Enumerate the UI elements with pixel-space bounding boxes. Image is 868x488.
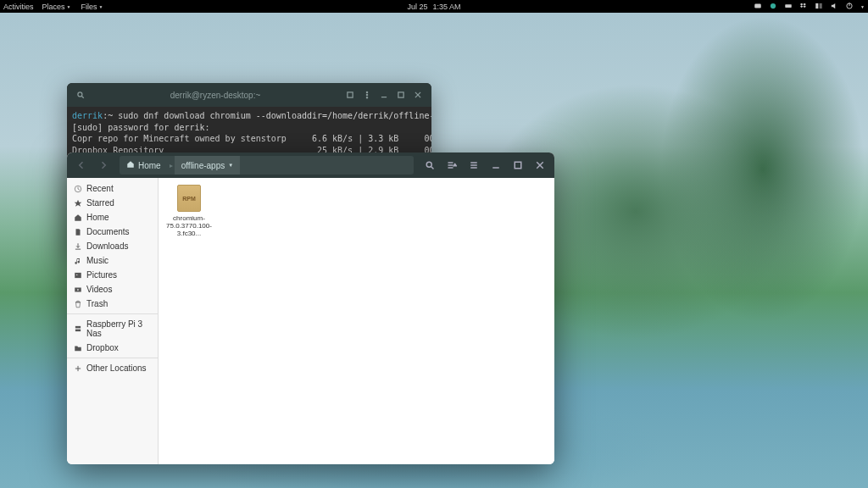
file-item-rpm[interactable]: RPM chromium-75.0.3770.100-3.fc30... [165, 185, 213, 237]
svg-point-33 [76, 274, 77, 274]
svg-rect-11 [348, 92, 353, 97]
terminal-newtab-icon[interactable] [343, 88, 357, 102]
downloads-icon [74, 242, 82, 251]
chevron-down-icon: ▼ [99, 4, 103, 9]
sidebar-item-recent[interactable]: Recent [67, 181, 158, 196]
svg-point-3 [771, 3, 776, 8]
svg-rect-16 [398, 92, 403, 97]
activities-button[interactable]: Activities [3, 3, 34, 11]
rpm-package-icon: RPM [177, 185, 201, 212]
search-button[interactable] [420, 156, 439, 175]
breadcrumb-sep: ▸ [168, 162, 175, 169]
hamburger-menu-button[interactable] [465, 156, 483, 175]
places-menu[interactable]: Places ▼ [42, 3, 71, 11]
svg-rect-28 [515, 162, 521, 169]
sidebar-item-downloads[interactable]: Downloads [67, 239, 158, 253]
time-label: 1:35 AM [433, 3, 461, 11]
files-label: Files [81, 3, 97, 11]
terminal-titlebar[interactable]: derrik@ryzen-desktop:~ [67, 83, 431, 107]
tray-update-icon[interactable] [769, 2, 777, 12]
terminal-menu-icon[interactable] [360, 88, 374, 102]
breadcrumb-current[interactable]: offline-apps ▼ [175, 156, 240, 175]
files-menu[interactable]: Files ▼ [79, 3, 103, 11]
svg-point-9 [78, 92, 82, 97]
star-icon [74, 199, 82, 208]
music-icon [74, 257, 82, 265]
svg-rect-5 [815, 3, 818, 8]
svg-rect-2 [754, 3, 761, 8]
documents-icon [74, 228, 82, 236]
gnome-topbar: Activities Places ▼ Files ▼ Jul 25 1:35 … [0, 0, 868, 13]
sidebar-item-other[interactable]: Other Locations [67, 361, 158, 375]
svg-line-10 [81, 96, 84, 98]
clock-icon [74, 185, 82, 193]
tray-power-icon[interactable] [845, 2, 854, 12]
server-icon [74, 324, 82, 333]
svg-rect-36 [75, 330, 81, 332]
sidebar-divider [67, 313, 158, 314]
sidebar-item-music[interactable]: Music [67, 253, 158, 268]
places-label: Places [42, 3, 65, 11]
nav-back-button[interactable] [72, 156, 91, 175]
prompt-cmd: :~ sudo dnf download chromium --download… [103, 111, 431, 120]
sidebar-item-pictures[interactable]: Pictures [67, 268, 158, 282]
svg-point-14 [366, 97, 367, 98]
svg-rect-4 [785, 4, 792, 8]
date-label: Jul 25 [407, 3, 427, 11]
sidebar-item-videos[interactable]: Videos [67, 282, 158, 297]
svg-point-13 [366, 94, 367, 95]
home-icon [74, 214, 82, 222]
tray-volume-icon[interactable] [830, 2, 838, 12]
prompt-user: derrik [72, 111, 103, 120]
svg-point-12 [366, 92, 367, 92]
files-content-area[interactable]: RPM chromium-75.0.3770.100-3.fc30... [159, 178, 554, 464]
sidebar-item-dropbox[interactable]: Dropbox [67, 341, 158, 355]
breadcrumb-home-label: Home [138, 161, 161, 170]
breadcrumb: Home ▸ offline-apps ▼ [120, 156, 414, 175]
svg-rect-6 [820, 3, 822, 8]
tray-discord-icon[interactable] [754, 2, 762, 12]
terminal-title: derrik@ryzen-desktop:~ [89, 91, 342, 100]
files-window[interactable]: Home ▸ offline-apps ▼ Recent Starred Hom… [67, 152, 554, 464]
trash-icon [74, 300, 82, 308]
plus-icon [74, 364, 82, 373]
pictures-icon [74, 271, 82, 280]
sidebar-item-trash[interactable]: Trash [67, 297, 158, 311]
sidebar-item-starred[interactable]: Starred [67, 196, 158, 210]
folder-icon [74, 344, 82, 352]
svg-rect-32 [75, 272, 81, 277]
tray-dropbox-icon[interactable] [799, 2, 808, 12]
svg-line-20 [431, 167, 434, 169]
home-icon [126, 160, 135, 170]
breadcrumb-home[interactable]: Home [120, 156, 168, 175]
maximize-icon[interactable] [394, 88, 408, 102]
sidebar-item-nas[interactable]: Raspberry Pi 3 Nas [67, 317, 158, 341]
tray-workspace-icon[interactable] [815, 2, 823, 12]
chevron-down-icon: ▼ [67, 4, 71, 9]
minimize-icon[interactable] [487, 156, 505, 175]
minimize-icon[interactable] [377, 88, 391, 102]
sidebar-item-documents[interactable]: Documents [67, 225, 158, 239]
view-toggle-button[interactable] [442, 156, 461, 175]
repo-row: Copr repo for Minecraft owned by stensto… [72, 134, 431, 143]
sidebar-item-home[interactable]: Home [67, 210, 158, 225]
close-icon[interactable] [531, 156, 549, 175]
files-headerbar: Home ▸ offline-apps ▼ [67, 152, 554, 178]
file-label: chromium-75.0.3770.100-3.fc30... [165, 215, 213, 237]
nav-forward-button[interactable] [94, 156, 113, 175]
terminal-search-icon[interactable] [74, 88, 87, 102]
svg-point-19 [426, 162, 431, 167]
chevron-down-icon: ▼ [228, 163, 233, 168]
maximize-icon[interactable] [509, 156, 527, 175]
close-icon[interactable] [411, 88, 425, 102]
videos-icon [74, 286, 82, 294]
clock[interactable]: Jul 25 1:35 AM [407, 3, 460, 11]
svg-rect-35 [75, 326, 81, 329]
chevron-down-icon[interactable]: ▼ [860, 4, 865, 9]
files-sidebar: Recent Starred Home Documents Downloads … [67, 178, 159, 464]
term-line: [sudo] password for derrik: [72, 123, 210, 132]
tray-keyboard-icon[interactable] [784, 2, 793, 12]
breadcrumb-current-label: offline-apps [181, 161, 225, 170]
sidebar-divider [67, 358, 158, 358]
